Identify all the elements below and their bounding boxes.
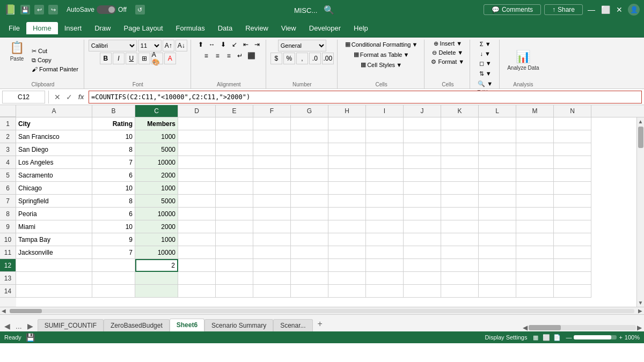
cell-C4[interactable]: 10000	[135, 156, 178, 169]
cell-E10[interactable]	[216, 233, 253, 246]
cell-A7[interactable]: Springfield	[16, 195, 92, 208]
cell-G7[interactable]	[291, 195, 328, 208]
sheet-scrollbar-thumb[interactable]	[529, 325, 561, 330]
cell-N14[interactable]	[554, 285, 591, 298]
cell-K13[interactable]	[441, 272, 479, 285]
cell-E14[interactable]	[216, 285, 253, 298]
cell-K6[interactable]	[441, 182, 479, 195]
cell-A1[interactable]: City	[16, 117, 92, 130]
cell-D14[interactable]	[178, 285, 216, 298]
cell-G11[interactable]	[291, 246, 328, 259]
cell-N11[interactable]	[554, 246, 591, 259]
cell-D6[interactable]	[178, 182, 216, 195]
cell-L3[interactable]	[479, 143, 516, 156]
menu-data[interactable]: Data	[211, 22, 239, 34]
cell-E1[interactable]	[216, 117, 253, 130]
cell-F6[interactable]	[253, 182, 291, 195]
undo-button[interactable]: ↩	[34, 5, 44, 14]
cell-C6[interactable]: 1000	[135, 182, 178, 195]
cell-H14[interactable]	[328, 285, 366, 298]
cell-J10[interactable]	[404, 233, 441, 246]
cell-E5[interactable]	[216, 169, 253, 182]
cell-D12[interactable]	[178, 259, 216, 272]
font-color-button[interactable]: A	[164, 53, 176, 64]
cell-F9[interactable]	[253, 220, 291, 233]
cell-B14[interactable]	[92, 285, 135, 298]
cell-A3[interactable]: San Diego	[16, 143, 92, 156]
col-header-m[interactable]: M	[516, 105, 554, 117]
cell-H7[interactable]	[328, 195, 366, 208]
sheet-scroll-left[interactable]: ◀	[523, 324, 528, 331]
search-icon[interactable]: 🔍	[324, 5, 334, 14]
cell-J2[interactable]	[404, 130, 441, 143]
scroll-right-arrow[interactable]: ▶	[636, 308, 644, 314]
col-header-h[interactable]: H	[328, 105, 366, 117]
row-header-4[interactable]: 4	[0, 156, 16, 169]
cell-L2[interactable]	[479, 130, 516, 143]
cell-H9[interactable]	[328, 220, 366, 233]
cell-F14[interactable]	[253, 285, 291, 298]
cell-N8[interactable]	[554, 208, 591, 220]
horizontal-scrollbar-thumb[interactable]	[10, 309, 42, 313]
cell-D10[interactable]	[178, 233, 216, 246]
cell-D9[interactable]	[178, 220, 216, 233]
minimize-button[interactable]: —	[586, 4, 597, 15]
cell-L11[interactable]	[479, 246, 516, 259]
cell-K9[interactable]	[441, 220, 479, 233]
cell-G12[interactable]	[291, 259, 328, 272]
align-top-button[interactable]: ⬆	[195, 40, 206, 49]
cell-A5[interactable]: Sacramento	[16, 169, 92, 182]
font-size-select[interactable]: 11	[138, 40, 162, 51]
cell-F8[interactable]	[253, 208, 291, 220]
text-direction-button[interactable]: ↙	[229, 40, 240, 49]
cell-N5[interactable]	[554, 169, 591, 182]
cell-C9[interactable]: 2000	[135, 220, 178, 233]
cell-L13[interactable]	[479, 272, 516, 285]
cell-I13[interactable]	[366, 272, 404, 285]
cell-I8[interactable]	[366, 208, 404, 220]
menu-developer[interactable]: Developer	[303, 22, 347, 34]
cell-I4[interactable]	[366, 156, 404, 169]
menu-review[interactable]: Review	[239, 22, 275, 34]
row-header-2[interactable]: 2	[0, 130, 16, 143]
cell-E9[interactable]	[216, 220, 253, 233]
menu-help[interactable]: Help	[347, 22, 375, 34]
cell-K1[interactable]	[441, 117, 479, 130]
cell-E2[interactable]	[216, 130, 253, 143]
cell-B4[interactable]: 7	[92, 156, 135, 169]
horizontal-scrollbar[interactable]: ◀ ▶	[0, 307, 644, 314]
row-header-9[interactable]: 9	[0, 220, 16, 233]
cell-D5[interactable]	[178, 169, 216, 182]
merge-button[interactable]: ⬛	[246, 51, 257, 61]
cell-A13[interactable]	[16, 272, 92, 285]
cell-M13[interactable]	[516, 272, 554, 285]
cell-B9[interactable]: 10	[92, 220, 135, 233]
cell-M4[interactable]	[516, 156, 554, 169]
cell-J3[interactable]	[404, 143, 441, 156]
cell-G8[interactable]	[291, 208, 328, 220]
menu-draw[interactable]: Draw	[88, 22, 117, 34]
cell-J9[interactable]	[404, 220, 441, 233]
format-painter-button[interactable]: 🖌 Format Painter	[30, 65, 80, 73]
cell-K12[interactable]	[441, 259, 479, 272]
cell-L4[interactable]	[479, 156, 516, 169]
fill-button[interactable]: ↓ ▼	[477, 49, 493, 58]
close-button[interactable]: ✕	[614, 4, 625, 15]
cell-N12[interactable]	[554, 259, 591, 272]
scroll-down-arrow[interactable]: ▼	[637, 299, 644, 307]
cell-K2[interactable]	[441, 130, 479, 143]
cell-F13[interactable]	[253, 272, 291, 285]
cell-E7[interactable]	[216, 195, 253, 208]
cell-B2[interactable]: 10	[92, 130, 135, 143]
insert-cells-button[interactable]: ⊕ Insert ▼	[431, 40, 465, 48]
col-header-g[interactable]: G	[291, 105, 328, 117]
cell-J14[interactable]	[404, 285, 441, 298]
row-header-3[interactable]: 3	[0, 143, 16, 156]
cell-B12[interactable]	[92, 259, 135, 272]
cell-C7[interactable]: 5000	[135, 195, 178, 208]
cell-E4[interactable]	[216, 156, 253, 169]
cell-D1[interactable]	[178, 117, 216, 130]
cell-E12[interactable]	[216, 259, 253, 272]
clear-button[interactable]: ◻ ▼	[476, 59, 495, 68]
cell-M1[interactable]	[516, 117, 554, 130]
